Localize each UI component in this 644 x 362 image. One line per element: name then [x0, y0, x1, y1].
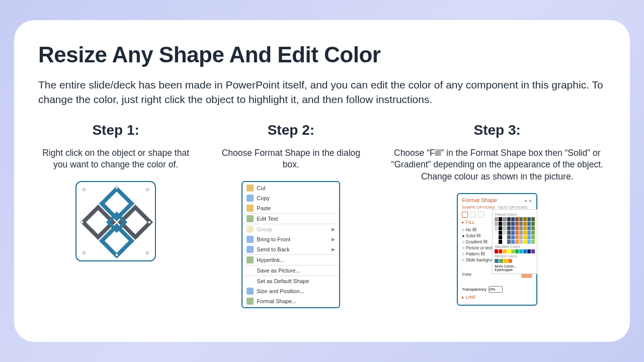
color-swatch[interactable]	[515, 249, 519, 253]
color-swatch[interactable]	[511, 226, 515, 230]
color-swatch[interactable]	[507, 231, 511, 235]
color-swatch[interactable]	[531, 249, 535, 253]
color-swatch[interactable]	[515, 226, 519, 230]
color-swatch[interactable]	[495, 235, 498, 239]
menu-item-bring-to-front[interactable]: Bring to Front▶	[244, 234, 338, 244]
more-colors-item[interactable]: More Colors...	[495, 264, 535, 268]
color-swatch[interactable]	[511, 249, 515, 253]
fill-icon[interactable]	[462, 212, 468, 218]
color-swatch[interactable]	[503, 217, 506, 221]
color-swatch[interactable]	[515, 222, 519, 226]
color-swatch[interactable]	[527, 249, 531, 253]
color-swatch[interactable]	[531, 217, 535, 221]
color-swatch[interactable]	[527, 222, 531, 226]
color-swatch[interactable]	[527, 217, 531, 221]
size-icon[interactable]	[478, 212, 484, 218]
menu-item-cut[interactable]: Cut	[244, 183, 338, 193]
transparency-label: Transparency	[462, 287, 487, 292]
close-icon[interactable]: ▾ ✕	[525, 199, 533, 204]
color-swatch[interactable]	[523, 226, 527, 230]
color-swatch[interactable]	[503, 240, 506, 244]
color-swatch[interactable]	[515, 240, 519, 244]
color-swatch[interactable]	[503, 249, 506, 253]
color-swatch[interactable]	[495, 240, 498, 244]
color-swatch[interactable]	[503, 235, 506, 239]
color-swatch[interactable]	[531, 226, 535, 230]
color-swatch[interactable]	[507, 235, 511, 239]
menu-item-send-to-back[interactable]: Send to Back▶	[244, 244, 338, 254]
menu-item-edit-text[interactable]: Edit Text	[244, 213, 338, 224]
color-swatch[interactable]	[507, 217, 511, 221]
steps-row: Step 1: Right click on the object or sha…	[38, 122, 606, 308]
color-swatch[interactable]	[511, 231, 515, 235]
menu-item-hyperlink[interactable]: Hyperlink...	[244, 254, 338, 265]
color-swatch[interactable]	[519, 226, 523, 230]
menu-item-paste[interactable]: Paste	[244, 203, 338, 213]
color-swatch[interactable]	[495, 259, 499, 263]
color-swatch[interactable]	[527, 226, 531, 230]
color-swatch[interactable]	[507, 240, 511, 244]
color-swatch[interactable]	[519, 240, 523, 244]
color-swatch[interactable]	[527, 231, 531, 235]
color-swatch[interactable]	[515, 235, 519, 239]
color-swatch[interactable]	[507, 226, 511, 230]
color-swatch[interactable]	[507, 249, 511, 253]
color-swatch[interactable]	[499, 259, 503, 263]
color-swatch[interactable]	[519, 217, 523, 221]
color-swatch[interactable]	[511, 240, 515, 244]
transparency-input[interactable]	[489, 286, 503, 293]
menu-item-save-as-picture[interactable]: Save as Picture...	[244, 265, 338, 276]
color-swatch[interactable]	[503, 222, 506, 226]
color-swatch[interactable]	[499, 240, 502, 244]
color-swatch[interactable]	[499, 235, 502, 239]
color-swatch[interactable]	[495, 249, 498, 253]
color-swatch[interactable]	[499, 249, 502, 253]
color-swatch[interactable]	[515, 217, 519, 221]
color-swatch[interactable]	[495, 222, 498, 226]
color-swatch[interactable]	[523, 240, 527, 244]
color-swatch[interactable]	[523, 231, 527, 235]
color-swatch[interactable]	[527, 240, 531, 244]
color-swatch[interactable]	[519, 222, 523, 226]
color-swatch[interactable]	[511, 217, 515, 221]
selection-handle	[83, 251, 86, 254]
menu-item-copy[interactable]: Copy	[244, 193, 338, 203]
color-swatch[interactable]	[519, 249, 523, 253]
color-swatch[interactable]	[523, 217, 527, 221]
menu-item-set-default[interactable]: Set as Default Shape	[244, 276, 338, 286]
color-swatch[interactable]	[511, 235, 515, 239]
menu-item-format-shape[interactable]: Format Shape...	[244, 296, 338, 306]
color-swatch[interactable]	[531, 231, 535, 235]
effects-icon[interactable]	[470, 212, 476, 218]
color-swatch[interactable]	[531, 222, 535, 226]
step-1-heading: Step 1:	[38, 122, 193, 138]
color-swatch[interactable]	[504, 259, 508, 263]
tab-shape-options[interactable]: SHAPE OPTIONS	[462, 205, 495, 210]
line-section-header[interactable]: ▸ LINE	[462, 295, 532, 300]
color-swatch[interactable]	[499, 226, 502, 230]
eyedropper-item[interactable]: Eyedropper	[495, 268, 535, 272]
color-swatch[interactable]	[508, 259, 512, 263]
color-swatch[interactable]	[531, 235, 535, 239]
color-swatch[interactable]	[511, 222, 515, 226]
color-swatch[interactable]	[499, 231, 502, 235]
color-swatch[interactable]	[495, 226, 498, 230]
color-swatch[interactable]	[519, 235, 523, 239]
color-swatch[interactable]	[495, 231, 498, 235]
color-swatch[interactable]	[495, 217, 498, 221]
color-swatch[interactable]	[499, 217, 502, 221]
color-swatch[interactable]	[527, 235, 531, 239]
color-swatch[interactable]	[519, 231, 523, 235]
recent-colors-label: Recent Colors	[495, 254, 535, 258]
color-swatch[interactable]	[531, 240, 535, 244]
menu-item-size-position[interactable]: Size and Position...	[244, 286, 338, 296]
color-swatch[interactable]	[503, 231, 506, 235]
color-swatch[interactable]	[515, 231, 519, 235]
color-swatch[interactable]	[523, 235, 527, 239]
color-swatch[interactable]	[499, 222, 502, 226]
color-swatch[interactable]	[523, 222, 527, 226]
color-swatch[interactable]	[503, 226, 506, 230]
selection-handle	[146, 188, 149, 191]
color-swatch[interactable]	[507, 222, 511, 226]
color-swatch[interactable]	[523, 249, 527, 253]
